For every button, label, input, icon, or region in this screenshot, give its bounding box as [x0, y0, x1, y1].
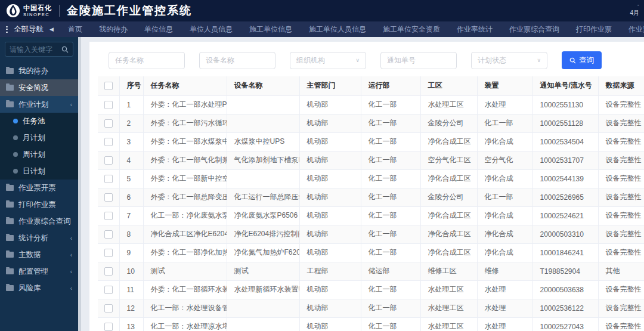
sidebar-item-作业票开票[interactable]: 作业票开票 — [0, 180, 78, 196]
sidebar-item-label: 统计分析 — [18, 233, 48, 243]
sidebar-item-风险库[interactable]: 风险库‹ — [0, 280, 78, 296]
row-checkbox[interactable] — [104, 138, 113, 146]
nav-tab-9[interactable]: 打印作业票 — [568, 21, 620, 37]
row-checkbox[interactable] — [104, 249, 113, 257]
sidebar-item-统计分析[interactable]: 统计分析‹ — [0, 230, 78, 246]
folder-icon — [6, 218, 14, 224]
cell-r0-c5: 水处理工区 — [420, 95, 477, 114]
nav-tab-6[interactable]: 施工单位安全资质 — [374, 21, 448, 37]
sidebar-item-安全简况[interactable]: 安全简况 — [0, 79, 78, 96]
cell-r6-c4: 化工一部 — [361, 206, 420, 225]
sidebar-search-input[interactable] — [10, 45, 61, 54]
sidebar-subitem-周计划[interactable]: 周计划 — [0, 146, 78, 163]
column-header-1: 任务名称 — [143, 76, 227, 95]
sidebar-item-我的待办[interactable]: 我的待办 — [0, 63, 78, 79]
column-header-6: 装置 — [477, 76, 532, 95]
cell-r2-c5: 净化合成工区 — [420, 132, 477, 151]
filter-bar: 组织机构 ∨ 计划状态 ∨ 查询 — [98, 51, 644, 69]
cell-r8-c0: 9 — [119, 243, 143, 262]
row-checkbox[interactable] — [104, 212, 113, 220]
device-name-input[interactable] — [206, 56, 269, 64]
plan-status-select[interactable]: 计划状态 ∨ — [471, 52, 547, 69]
table-row[interactable]: 12化工一部：水处理设备管...机动部化工一部水处理工区水处理100025361… — [98, 299, 644, 317]
sidebar-subitem-任务池[interactable]: 任务池 — [0, 113, 78, 129]
column-header-7: 通知单号/流水号 — [532, 76, 598, 95]
row-checkbox[interactable] — [104, 119, 113, 128]
row-checkbox[interactable] — [104, 175, 113, 183]
row-checkbox[interactable] — [104, 323, 113, 331]
nav-tab-5[interactable]: 施工单位人员信息 — [301, 21, 374, 37]
table-row[interactable]: 9外委：化工一部净化加热...净化氮气加热炉F6201机动部化工一部净化合成工区… — [98, 243, 644, 262]
nav-tab-bar: 全部导航 ◀ 首页我的待办单位信息单位人员信息施工单位信息施工单位人员信息施工单… — [0, 21, 644, 37]
app-window: 中国石化 SINOPEC 金陵施工作业管控系统 - 4月 全部导航 ◀ 首页我的… — [0, 0, 644, 331]
table-row[interactable]: 8净化合成工区净化E6204...净化E6204排污控制阀HV...机动部化工一… — [98, 225, 644, 243]
nav-tab-4[interactable]: 施工单位信息 — [241, 21, 301, 37]
cell-r3-c5: 空分气化工区 — [420, 151, 477, 169]
table-row[interactable]: 5外委：化工一部新中控空...机动部化工一部净化合成工区净化合成10002544… — [98, 169, 644, 188]
table-row[interactable]: 10测试测试工程部储运部维修工区维修T198852904其他 — [98, 262, 644, 280]
cell-r12-c1: 化工一部：水处理凉水塔E... — [143, 317, 227, 331]
row-checkbox[interactable] — [104, 193, 113, 202]
task-name-input[interactable] — [115, 56, 178, 64]
table-row[interactable]: 11外委：化工一部循环水装...水处理新循环水装置UPS机动部化工一部水处理工区… — [98, 280, 644, 299]
row-checkbox[interactable] — [104, 101, 113, 109]
table-row[interactable]: 4外委：化工一部气化制浆P...气化添加剂地下槽泵P810...机动部化工一部空… — [98, 151, 644, 169]
notice-no-input[interactable] — [387, 56, 450, 64]
cell-r12-c5: 水处理工区 — [420, 317, 477, 331]
row-checkbox[interactable] — [104, 304, 113, 313]
table-row[interactable]: 7化工一部：净化废氨水泵P...净化废氨水泵P6506机动部化工一部净化合成工区… — [98, 206, 644, 225]
table-row[interactable]: 2外委：化工一部污水循环...机动部化工一部金陵分公司化工一部100025511… — [98, 114, 644, 132]
cell-r3-c2: 气化添加剂地下槽泵P810... — [227, 151, 299, 169]
cell-r5-c6: 化工一部 — [477, 188, 532, 206]
cell-r5-c0: 6 — [119, 188, 143, 206]
cell-r10-c3: 机动部 — [299, 280, 361, 299]
sidebar-item-打印作业票[interactable]: 打印作业票 — [0, 196, 78, 213]
nav-tab-0[interactable]: 首页 — [60, 21, 91, 37]
row-checkbox[interactable] — [104, 156, 113, 165]
hamburger-menu-icon[interactable] — [6, 26, 8, 33]
query-button-label: 查询 — [579, 55, 594, 66]
cell-r0-c8: 设备完整性 — [598, 95, 644, 114]
row-checkbox[interactable] — [104, 230, 113, 239]
nav-tab-2[interactable]: 单位信息 — [136, 21, 181, 37]
brand-divider — [59, 5, 60, 17]
folder-icon — [6, 202, 14, 208]
org-select-placeholder: 组织机构 — [296, 55, 325, 66]
sidebar-subitem-月计划[interactable]: 月计划 — [0, 129, 78, 146]
org-select[interactable]: 组织机构 ∨ — [290, 52, 366, 69]
cell-r1-c2 — [227, 114, 299, 132]
column-header-2: 设备名称 — [227, 76, 299, 95]
table-row[interactable]: 1外委：化工一部水处理P9...机动部化工一部水处理工区水处理100025511… — [98, 95, 644, 114]
sidebar-subitem-日计划[interactable]: 日计划 — [0, 163, 78, 180]
cell-r2-c6: 净化合成 — [477, 132, 532, 151]
nav-tab-3[interactable]: 单位人员信息 — [181, 21, 241, 37]
sidebar-item-label: 安全简况 — [18, 83, 48, 93]
row-checkbox[interactable] — [104, 267, 113, 276]
header-clock: - 4月 — [630, 1, 639, 17]
nav-tab-1[interactable]: 我的待办 — [91, 21, 136, 37]
cell-r9-c2: 测试 — [227, 262, 299, 280]
cell-r11-c5: 水处理工区 — [420, 299, 477, 317]
nav-tab-8[interactable]: 作业票综合查询 — [501, 21, 568, 37]
bullet-dot-icon — [13, 135, 18, 140]
row-checkbox-cell — [98, 151, 119, 169]
row-checkbox[interactable] — [104, 286, 113, 294]
table-row[interactable]: 6外委：化工一部总降变压...化工运行一部总降压站2#...机动部化工一部金陵分… — [98, 188, 644, 206]
cell-r5-c7: 10002526965 — [532, 188, 598, 206]
nav-tab-10[interactable]: 作业票开票 — [620, 21, 644, 37]
all-nav-label[interactable]: 全部导航 — [14, 24, 44, 35]
cell-r5-c3: 机动部 — [299, 188, 361, 206]
sidebar-item-作业票综合查询[interactable]: 作业票综合查询 — [0, 213, 78, 230]
query-button[interactable]: 查询 — [562, 51, 602, 69]
select-all-checkbox[interactable] — [104, 82, 113, 90]
table-row[interactable]: 13化工一部：水处理凉水塔E...机动部化工一部水处理工区水处理10002527… — [98, 317, 644, 331]
nav-tab-7[interactable]: 作业率统计 — [448, 21, 501, 37]
collapse-nav-icon[interactable]: ◀ — [49, 26, 54, 32]
sidebar-item-作业计划[interactable]: 作业计划‹ — [0, 96, 78, 113]
sidebar-item-主数据[interactable]: 主数据‹ — [0, 246, 78, 263]
sidebar-item-配置管理[interactable]: 配置管理‹ — [0, 263, 78, 280]
column-header-8: 数据来源 — [598, 76, 644, 95]
submenu-作业计划: 任务池月计划周计划日计划 — [0, 113, 78, 180]
cell-r10-c6: 水处理 — [477, 280, 532, 299]
table-row[interactable]: 3外委：化工一部水煤浆中...水煤浆中控UPS机动部化工一部净化合成工区净化合成… — [98, 132, 644, 151]
